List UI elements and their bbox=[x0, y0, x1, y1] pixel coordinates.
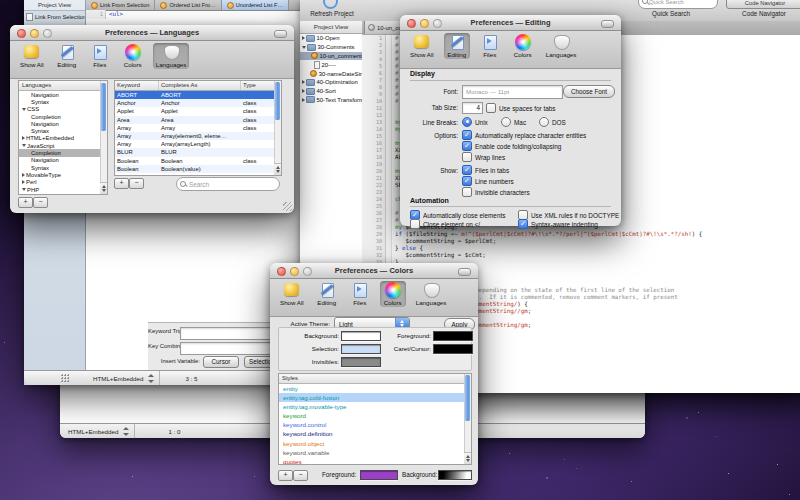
minimize-button[interactable] bbox=[290, 267, 299, 276]
style-list-item[interactable]: keyword.definition bbox=[279, 429, 471, 438]
selection-color-well[interactable] bbox=[341, 344, 381, 354]
foreground-color-well[interactable] bbox=[433, 331, 473, 341]
project-tree-item[interactable]: 30-Comments bbox=[300, 43, 362, 52]
style-list-item[interactable]: keyword.variable bbox=[279, 448, 471, 457]
checkbox-checked[interactable]: ✓ bbox=[462, 165, 472, 175]
language-list-item[interactable]: PHP bbox=[19, 186, 107, 193]
toolbar-item-colors[interactable]: Colors bbox=[120, 43, 146, 69]
caretcursor-color-well[interactable] bbox=[433, 344, 473, 354]
language-list-item[interactable]: Syntax bbox=[19, 164, 107, 171]
toolbar-item-files[interactable]: Files bbox=[477, 33, 503, 59]
language-list-item[interactable]: HTML+Embedded bbox=[19, 135, 107, 142]
disclosure-triangle-icon[interactable] bbox=[302, 46, 306, 49]
line-break-dos-radio[interactable]: DOS bbox=[539, 117, 566, 127]
radio-checked[interactable] bbox=[462, 117, 472, 127]
minimize-button[interactable] bbox=[30, 29, 39, 38]
drag-handle-icon[interactable] bbox=[61, 374, 69, 382]
keyword-table-row[interactable]: BooleanBooleanclass bbox=[115, 157, 281, 165]
background-color-well[interactable] bbox=[341, 331, 381, 341]
language-list-item[interactable]: CSS bbox=[19, 106, 107, 113]
checkbox-unchecked[interactable] bbox=[462, 187, 472, 197]
disclosure-triangle-icon[interactable] bbox=[22, 180, 25, 184]
clip-tab[interactable]: Link From Selection bbox=[86, 0, 155, 10]
keyword-search-input[interactable]: Search bbox=[176, 177, 280, 191]
disclosure-triangle-icon[interactable] bbox=[302, 80, 305, 84]
language-list-item[interactable]: Perl bbox=[19, 179, 107, 186]
column-header-keyword[interactable]: Keyword bbox=[115, 81, 159, 90]
keyword-table-row[interactable]: ABORTABORT bbox=[115, 91, 281, 99]
updown-arrows-icon[interactable] bbox=[123, 427, 129, 436]
project-tree-item[interactable]: 30-nameDateStr bbox=[300, 69, 362, 78]
toolbar-item-languages[interactable]: Languages bbox=[413, 281, 450, 307]
radio-unchecked[interactable] bbox=[539, 117, 549, 127]
checkbox-checked[interactable]: ✓ bbox=[462, 176, 472, 186]
remove-style-button[interactable]: − bbox=[293, 470, 308, 481]
choose-font-button[interactable]: Choose Font bbox=[563, 85, 615, 98]
checkbox-unchecked[interactable] bbox=[486, 103, 496, 113]
style-list-item[interactable]: keyword.object bbox=[279, 439, 471, 448]
show-checkbox[interactable]: Invisible characters bbox=[462, 187, 530, 197]
language-list-item[interactable]: Completion bbox=[19, 149, 107, 156]
toolbar-item-files[interactable]: Files bbox=[87, 43, 113, 69]
minimize-button[interactable] bbox=[420, 19, 429, 28]
checkbox-unchecked[interactable] bbox=[410, 219, 420, 229]
disclosure-triangle-icon[interactable] bbox=[302, 98, 305, 102]
checkbox-checked[interactable]: ✓ bbox=[518, 219, 528, 229]
project-tree-item[interactable]: 10-un_comment bbox=[300, 52, 362, 61]
styles-scrollbar[interactable] bbox=[464, 374, 471, 464]
quick-search-input[interactable]: Quick Search bbox=[638, 0, 718, 9]
add-style-button[interactable]: + bbox=[278, 470, 293, 481]
language-list-item[interactable]: Navigation bbox=[19, 157, 107, 164]
project-tree-item[interactable]: 10-Open bbox=[300, 34, 362, 43]
keyword-table-row[interactable]: ButtonButtonclass bbox=[115, 173, 281, 176]
style-list-item[interactable]: entity.tag.movable-type bbox=[279, 402, 471, 411]
toolbar-item-showall[interactable]: Show All bbox=[17, 43, 47, 69]
project-tree-item[interactable]: 20---- bbox=[300, 60, 362, 69]
code-navigator-button[interactable]: Code Navigator bbox=[726, 0, 800, 9]
remove-keyword-button[interactable]: − bbox=[129, 178, 144, 189]
language-popup[interactable]: HTML+Embedded bbox=[93, 375, 143, 382]
clips-sidebar-item[interactable]: Link From Selection bbox=[24, 13, 85, 21]
checkbox-checked[interactable]: ✓ bbox=[462, 141, 472, 151]
close-button[interactable] bbox=[277, 267, 286, 276]
line-break-unix-radio[interactable]: Unix bbox=[462, 117, 488, 127]
option-checkbox[interactable]: ✓Automatically replace character entitie… bbox=[462, 130, 586, 140]
invisibles-color-well[interactable] bbox=[341, 357, 381, 367]
style-list-item[interactable]: entity.tag.cold-fusion bbox=[279, 393, 471, 402]
toolbar-toggle-button[interactable] bbox=[601, 20, 614, 28]
toolbar-item-languages[interactable]: Languages bbox=[543, 33, 580, 59]
language-list-item[interactable]: Syntax bbox=[19, 98, 107, 105]
toolbar-toggle-button[interactable] bbox=[458, 268, 471, 276]
toolbar-item-editing[interactable]: Editing bbox=[444, 33, 470, 59]
close-button[interactable] bbox=[407, 19, 416, 28]
tab-size-field[interactable]: 4 bbox=[462, 102, 483, 114]
disclosure-triangle-icon[interactable] bbox=[302, 36, 305, 40]
keyword-table-row[interactable]: ArrayArray(arrayLength) bbox=[115, 140, 281, 148]
toolbar-item-colors[interactable]: Colors bbox=[510, 33, 536, 59]
keyword-table-row[interactable]: ArrayArrayclass bbox=[115, 124, 281, 132]
disclosure-triangle-icon[interactable] bbox=[22, 188, 26, 191]
language-list-item[interactable]: Navigation bbox=[19, 91, 107, 98]
disclosure-triangle-icon[interactable] bbox=[22, 108, 26, 111]
clip-tab[interactable]: Ordered List Fro… bbox=[155, 0, 221, 10]
disclosure-triangle-icon[interactable] bbox=[22, 136, 25, 140]
toolbar-toggle-button[interactable] bbox=[274, 30, 287, 38]
project-tree-item[interactable]: 50-Text Transform bbox=[300, 96, 362, 105]
automation-checkbox[interactable]: Close element on </ bbox=[410, 219, 480, 229]
show-checkbox[interactable]: ✓Line numbers bbox=[462, 176, 514, 186]
keyword-table-row[interactable]: AppletAppletclass bbox=[115, 107, 281, 115]
toolbar-item-showall[interactable]: Show All bbox=[277, 281, 307, 307]
refresh-icon[interactable] bbox=[323, 0, 338, 9]
language-list-item[interactable]: Completion bbox=[19, 113, 107, 120]
keyword-table-row[interactable]: BooleanBoolean(value) bbox=[115, 165, 281, 173]
toolbar-item-languages[interactable]: Languages bbox=[153, 43, 190, 69]
checkbox-unchecked[interactable] bbox=[462, 152, 472, 162]
style-list-item[interactable]: quotes bbox=[279, 457, 471, 465]
keyword-table-row[interactable]: BLURBLUR bbox=[115, 148, 281, 156]
add-language-button[interactable]: + bbox=[18, 197, 33, 208]
refresh-project-label[interactable]: Refresh Project bbox=[303, 10, 361, 17]
column-header-type[interactable]: Type bbox=[241, 81, 275, 90]
toolbar-item-files[interactable]: Files bbox=[347, 281, 373, 307]
line-break-mac-radio[interactable]: Mac bbox=[501, 117, 526, 127]
style-list-item[interactable]: keyword.control bbox=[279, 420, 471, 429]
